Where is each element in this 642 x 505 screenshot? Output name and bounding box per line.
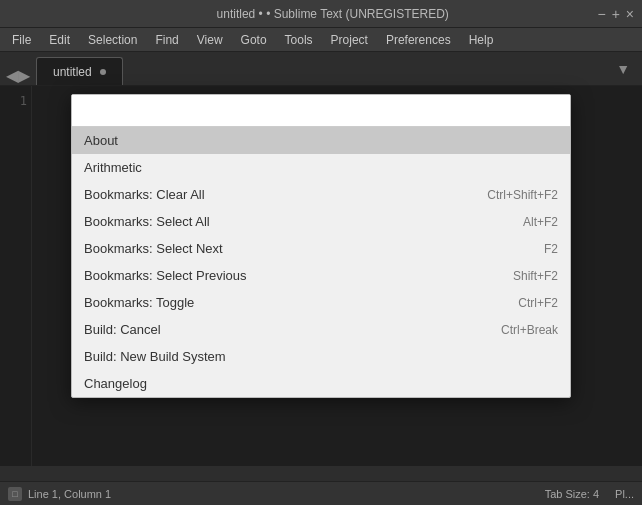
tab-name: untitled (53, 65, 92, 79)
close-button[interactable]: × (626, 6, 634, 22)
menu-edit[interactable]: Edit (41, 31, 78, 49)
menu-project[interactable]: Project (323, 31, 376, 49)
command-shortcut: Ctrl+Shift+F2 (487, 188, 558, 202)
editor-area: 1 AboutArithmeticBookmarks: Clear AllCtr… (0, 86, 642, 466)
command-item[interactable]: Bookmarks: Select NextF2 (72, 235, 570, 262)
tab-bar: ◀▶ untitled ▼ (0, 52, 642, 86)
menu-tools[interactable]: Tools (277, 31, 321, 49)
status-bar: □ Line 1, Column 1 Tab Size: 4 Pl... (0, 481, 642, 505)
status-right: Tab Size: 4 Pl... (545, 488, 634, 500)
command-label: Bookmarks: Select Previous (84, 268, 497, 283)
command-search-input[interactable] (72, 95, 570, 127)
menu-preferences[interactable]: Preferences (378, 31, 459, 49)
menu-goto[interactable]: Goto (233, 31, 275, 49)
menu-help[interactable]: Help (461, 31, 502, 49)
tab-dropdown-button[interactable]: ▼ (608, 61, 638, 77)
menu-find[interactable]: Find (147, 31, 186, 49)
command-label: Changelog (84, 376, 558, 391)
status-icon: □ (8, 487, 22, 501)
command-palette: AboutArithmeticBookmarks: Clear AllCtrl+… (71, 94, 571, 398)
active-tab[interactable]: untitled (36, 57, 123, 85)
command-shortcut: Alt+F2 (523, 215, 558, 229)
tab-nav-arrows[interactable]: ◀▶ (4, 66, 32, 85)
line-numbers: 1 (0, 86, 32, 466)
command-item[interactable]: About (72, 127, 570, 154)
maximize-button[interactable]: + (612, 6, 620, 22)
command-item[interactable]: Bookmarks: Select PreviousShift+F2 (72, 262, 570, 289)
menu-view[interactable]: View (189, 31, 231, 49)
line-number-1: 1 (4, 92, 27, 110)
command-item[interactable]: Build: CancelCtrl+Break (72, 316, 570, 343)
command-list: AboutArithmeticBookmarks: Clear AllCtrl+… (72, 127, 570, 397)
minimize-button[interactable]: − (597, 6, 605, 22)
title-bar: untitled • • Sublime Text (UNREGISTERED)… (0, 0, 642, 28)
command-label: Build: New Build System (84, 349, 558, 364)
command-label: Bookmarks: Clear All (84, 187, 471, 202)
command-shortcut: Ctrl+Break (501, 323, 558, 337)
command-item[interactable]: Arithmetic (72, 154, 570, 181)
command-item[interactable]: Build: New Build System (72, 343, 570, 370)
extra-status: Pl... (615, 488, 634, 500)
window-controls[interactable]: − + × (597, 6, 634, 22)
command-shortcut: Ctrl+F2 (518, 296, 558, 310)
menu-file[interactable]: File (4, 31, 39, 49)
command-item[interactable]: Bookmarks: Clear AllCtrl+Shift+F2 (72, 181, 570, 208)
status-left: □ Line 1, Column 1 (8, 487, 111, 501)
cursor-position: Line 1, Column 1 (28, 488, 111, 500)
command-shortcut: Shift+F2 (513, 269, 558, 283)
menu-selection[interactable]: Selection (80, 31, 145, 49)
command-label: Build: Cancel (84, 322, 485, 337)
command-label: Bookmarks: Select All (84, 214, 507, 229)
command-label: Bookmarks: Select Next (84, 241, 528, 256)
command-item[interactable]: Bookmarks: Select AllAlt+F2 (72, 208, 570, 235)
command-item[interactable]: Bookmarks: ToggleCtrl+F2 (72, 289, 570, 316)
command-label: Arithmetic (84, 160, 558, 175)
tab-modified-dot (100, 69, 106, 75)
tab-size: Tab Size: 4 (545, 488, 599, 500)
command-label: Bookmarks: Toggle (84, 295, 502, 310)
window-title: untitled • • Sublime Text (UNREGISTERED) (68, 7, 597, 21)
command-label: About (84, 133, 558, 148)
menu-bar: File Edit Selection Find View Goto Tools… (0, 28, 642, 52)
command-item[interactable]: Changelog (72, 370, 570, 397)
command-shortcut: F2 (544, 242, 558, 256)
